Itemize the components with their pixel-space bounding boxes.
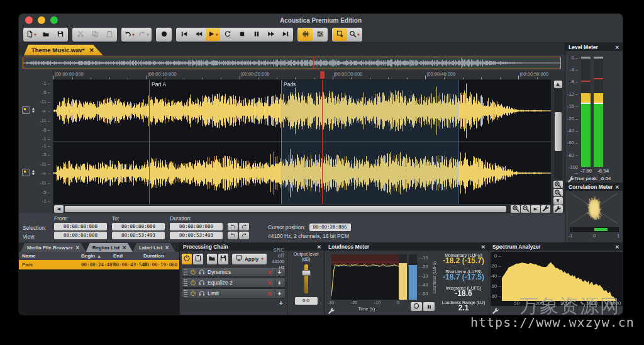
channel-controls[interactable]: ▲▼ <box>22 106 35 114</box>
document-tab[interactable]: Theme Music.wav* × <box>24 45 103 55</box>
drag-handle-icon[interactable] <box>184 269 187 275</box>
save-button[interactable] <box>53 28 67 41</box>
zoom-in-v-button[interactable] <box>553 181 563 188</box>
minimize-window-button[interactable] <box>38 16 45 24</box>
cursor-position-field[interactable]: 00:00:28:886 <box>309 223 351 231</box>
open-file-button[interactable] <box>38 28 53 41</box>
zoom-in-h-button[interactable] <box>511 205 520 213</box>
view-from-field[interactable]: 00:00:00:000 <box>54 232 107 239</box>
scroll-right-button[interactable]: ▶ <box>531 205 540 213</box>
effect-headphones-icon[interactable] <box>199 269 205 275</box>
selection-undo-button[interactable] <box>228 223 238 230</box>
hscroll-track[interactable] <box>64 205 510 213</box>
close-window-button[interactable] <box>25 16 33 24</box>
vscroll-settings-button[interactable] <box>553 205 563 213</box>
slider-handle[interactable] <box>302 270 311 276</box>
tab-close-icon[interactable]: × <box>75 245 80 251</box>
correlation-meter-close-icon[interactable]: × <box>614 184 619 190</box>
loudness-pause-button[interactable] <box>423 302 435 311</box>
hscroll-thumb[interactable] <box>65 206 506 212</box>
chain-paste-button[interactable] <box>193 254 203 264</box>
channel-spinner[interactable]: ▲▼ <box>32 169 35 176</box>
play-button[interactable]: ▼ <box>206 28 220 41</box>
view-redo-button[interactable] <box>239 232 249 239</box>
tab-close-icon[interactable]: × <box>122 245 126 251</box>
column-header-name[interactable]: Name <box>19 253 78 259</box>
fast-forward-button[interactable] <box>264 28 278 41</box>
channel-select-box[interactable] <box>22 169 30 176</box>
processing-chain-close-icon[interactable]: × <box>316 244 321 250</box>
effect-headphones-icon[interactable] <box>199 290 205 297</box>
tab-label-list[interactable]: Label List× <box>133 243 175 252</box>
level-meter-close-icon[interactable]: × <box>614 44 619 50</box>
scroll-left-button[interactable]: ◀ <box>54 205 64 213</box>
effect-remove-button[interactable]: × <box>267 280 272 286</box>
effect-power-icon[interactable] <box>190 290 196 297</box>
apply-button[interactable]: Apply ▼ <box>232 254 267 264</box>
marker-line[interactable] <box>149 80 150 204</box>
effect-row[interactable]: Equalize 2×+ <box>182 278 286 288</box>
slider-track[interactable] <box>304 264 308 293</box>
drag-handle-icon[interactable] <box>184 280 187 286</box>
zoom-tool-button[interactable]: ▼ <box>347 28 362 41</box>
selection-from-field[interactable]: 00:00:00:000 <box>54 223 107 230</box>
waveform-channels[interactable]: Pads Part A <box>53 80 551 204</box>
loudness-reset-button[interactable] <box>411 302 422 311</box>
mixer-view-button[interactable] <box>313 28 327 41</box>
output-level-slider[interactable] <box>302 264 311 293</box>
record-button[interactable] <box>157 28 171 41</box>
stop-button[interactable] <box>235 28 249 41</box>
spectrum-settings-button[interactable] <box>492 306 499 315</box>
hscroll-settings-button[interactable] <box>541 205 550 213</box>
time-ruler[interactable]: |00:00:00:000|00:00:10:000|00:00:20:000|… <box>53 71 551 80</box>
loudness-settings-button[interactable] <box>328 306 335 315</box>
go-to-end-button[interactable] <box>278 28 292 41</box>
selection-to-field[interactable]: 00:00:00:000 <box>112 223 165 230</box>
effect-add-button[interactable]: + <box>275 290 284 297</box>
selection-duration-field[interactable]: 00:00:00:000 <box>170 223 223 230</box>
rewind-button[interactable] <box>191 28 206 41</box>
chain-open-button[interactable] <box>207 254 217 264</box>
maximize-window-button[interactable] <box>50 16 58 24</box>
region-table-empty-area[interactable] <box>19 269 179 315</box>
new-file-button[interactable]: ▼ <box>24 28 38 41</box>
chain-save-button[interactable] <box>218 254 228 264</box>
paste-button[interactable] <box>102 28 116 41</box>
effect-remove-button[interactable]: × <box>267 290 272 297</box>
effect-add-button[interactable]: + <box>275 280 284 286</box>
go-to-start-button[interactable] <box>177 28 191 41</box>
view-duration-field[interactable]: 00:00:53:493 <box>170 232 223 239</box>
zoom-out-h-button[interactable] <box>521 205 530 213</box>
document-tab-close-icon[interactable]: × <box>89 47 94 54</box>
selection-region[interactable]: Pads <box>281 80 458 204</box>
loudness-meter-close-icon[interactable]: × <box>480 244 486 250</box>
waveform-view-button[interactable] <box>298 28 313 41</box>
copy-button[interactable] <box>87 28 102 41</box>
drag-handle-icon[interactable] <box>184 290 187 297</box>
column-header-end[interactable]: End <box>110 253 140 259</box>
selection-tool-button[interactable] <box>333 28 347 41</box>
view-to-field[interactable]: 00:00:53:493 <box>112 232 165 239</box>
zoom-out-v-button[interactable] <box>553 189 563 196</box>
playhead-flag[interactable] <box>320 71 325 79</box>
tab-close-icon[interactable]: × <box>165 245 169 251</box>
selection-redo-button[interactable] <box>239 223 249 230</box>
spectrum-analyzer-close-icon[interactable]: × <box>614 244 619 250</box>
channel-controls[interactable]: ▲▼ <box>22 169 35 176</box>
pause-button[interactable] <box>249 28 264 41</box>
scroll-down-button[interactable]: ▼ <box>553 197 563 205</box>
tab-region-list[interactable]: Region List× <box>86 243 133 252</box>
vscroll-track[interactable] <box>554 89 562 179</box>
region-row-selected[interactable]: Pads 00:00:24:487 00:00:43:547 00:00:19:… <box>19 260 179 269</box>
effect-remove-button[interactable]: × <box>267 269 272 276</box>
undo-button[interactable]: ▼ <box>122 28 136 41</box>
output-level-value[interactable]: 0.0 <box>295 297 318 305</box>
redo-button[interactable]: ▼ <box>136 28 151 41</box>
effect-headphones-icon[interactable] <box>199 280 205 286</box>
add-effect-button[interactable]: + <box>279 299 283 308</box>
column-header-begin[interactable]: Begin▲ <box>78 253 110 259</box>
effect-row[interactable]: Limit×+ <box>182 288 286 298</box>
channel-spinner[interactable]: ▲▼ <box>32 107 35 113</box>
channel-select-box[interactable] <box>22 106 30 114</box>
tab-media-file-browser[interactable]: Media File Browser× <box>21 243 86 252</box>
